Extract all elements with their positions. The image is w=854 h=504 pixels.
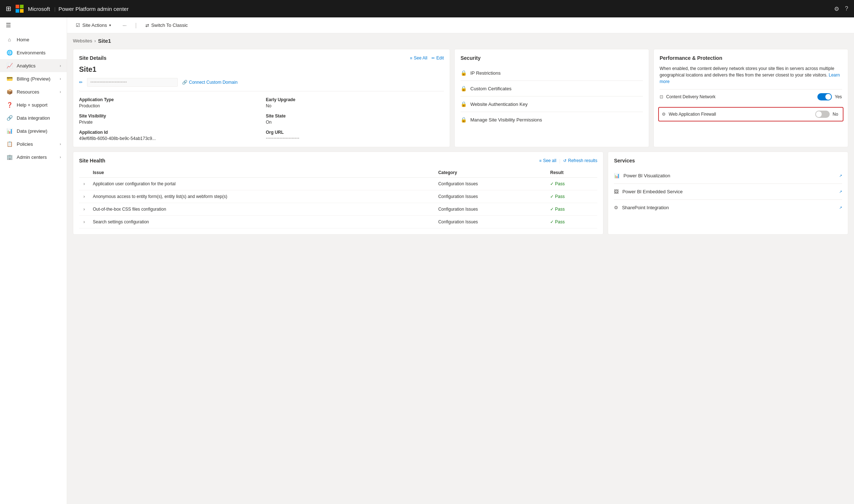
cdn-toggle-row: ⊡ Content Delivery Network Yes bbox=[660, 89, 842, 104]
sidebar-item-billing[interactable]: 💳 Billing (Preview) › bbox=[0, 72, 67, 85]
sidebar-item-policies[interactable]: 📋 Policies › bbox=[0, 137, 67, 150]
cdn-toggle-value: Yes bbox=[835, 94, 842, 99]
sidebar-item-resources[interactable]: 📦 Resources › bbox=[0, 85, 67, 98]
col-issue: Issue bbox=[90, 168, 435, 178]
edit-button[interactable]: ✏ Edit bbox=[432, 55, 444, 61]
visibility-permissions-icon: 🔒 bbox=[461, 117, 467, 123]
performance-description: When enabled, the content delivery netwo… bbox=[660, 65, 842, 85]
field-site-state: Site State On bbox=[266, 113, 444, 125]
health-table-body: › Application user configuration for the… bbox=[79, 178, 597, 228]
col-result: Result bbox=[547, 168, 597, 178]
checkbox-icon: ☑ bbox=[76, 22, 80, 28]
row-expand-3[interactable]: › bbox=[82, 219, 86, 225]
cdn-toggle-thumb bbox=[825, 94, 831, 100]
row-issue-2: Out-of-the-box CSS files configuration bbox=[90, 203, 435, 216]
sidebar-item-analytics[interactable]: 📈 Analytics › bbox=[0, 59, 67, 72]
analytics-chevron-icon: › bbox=[60, 64, 61, 68]
policies-chevron-icon: › bbox=[60, 142, 61, 146]
security-item-visibility-permissions[interactable]: 🔒 Manage Site Visibility Permissions bbox=[461, 112, 643, 127]
security-card: Security 🔒 IP Restrictions 🔒 Custom Cert… bbox=[454, 49, 649, 147]
site-actions-label: Site Actions bbox=[82, 22, 107, 28]
security-item-auth-key[interactable]: 🔒 Website Authentication Key bbox=[461, 96, 643, 112]
field-application-id: Application Id 49ef6f8b-6050-408b-be9c-5… bbox=[79, 130, 257, 141]
sidebar-label-environments: Environments bbox=[17, 50, 61, 55]
site-fields: Application Type Production Early Upgrad… bbox=[79, 97, 444, 141]
health-see-all-button[interactable]: ≡ See all bbox=[539, 158, 556, 163]
auth-key-label: Website Authentication Key bbox=[470, 102, 528, 107]
breadcrumb-parent[interactable]: Websites bbox=[73, 38, 92, 44]
row-result-2: ✓ Pass bbox=[547, 203, 597, 216]
connect-domain-button[interactable]: 🔗 Connect Custom Domain bbox=[182, 80, 238, 85]
field-org-url-value: •••••••••••••••••••••• bbox=[266, 136, 299, 141]
field-application-type-value: Production bbox=[79, 103, 100, 108]
site-health-title: Site Health bbox=[79, 158, 309, 164]
row-result-3: ✓ Pass bbox=[547, 216, 597, 228]
bottom-cards-row: Site Health ≡ See all | ↺ Refresh result… bbox=[73, 152, 848, 235]
topbar: ⊞ Microsoft | Power Platform admin cente… bbox=[0, 0, 854, 17]
sidebar-item-data-integration[interactable]: 🔗 Data integration bbox=[0, 111, 67, 124]
site-details-actions: ≡ See All ✏ Edit bbox=[410, 55, 444, 61]
refresh-label: Refresh results bbox=[568, 158, 597, 163]
sidebar-item-data-preview[interactable]: 📊 Data (preview) bbox=[0, 124, 67, 137]
app-title: Power Platform admin center bbox=[58, 6, 128, 12]
more-options-button[interactable]: ··· bbox=[120, 20, 129, 30]
field-early-upgrade-label: Early Upgrade bbox=[266, 97, 444, 102]
table-row: › Application user configuration for the… bbox=[79, 178, 597, 190]
switch-classic-button[interactable]: ⇄ Switch To Classic bbox=[143, 20, 191, 30]
service-item-powerbi-viz[interactable]: 📊 Power BI Visualization ↗ bbox=[614, 168, 842, 184]
site-actions-button[interactable]: ☑ Site Actions ▾ bbox=[73, 20, 114, 30]
sidebar-item-admin-centers[interactable]: 🏢 Admin centers › bbox=[0, 150, 67, 164]
row-category-2: Configuration Issues bbox=[435, 203, 547, 216]
health-table-header-row: Issue Category Result bbox=[79, 168, 597, 178]
top-cards-row: Site Details ≡ See All ✏ Edit bbox=[73, 49, 848, 147]
waf-toggle[interactable] bbox=[815, 111, 830, 118]
cdn-toggle[interactable] bbox=[817, 93, 832, 100]
performance-card: Performance & Protection When enabled, t… bbox=[653, 49, 848, 147]
sharepoint-label: SharePoint Integration bbox=[622, 205, 669, 210]
toolbar: ☑ Site Actions ▾ ··· | ⇄ Switch To Class… bbox=[67, 17, 854, 33]
sidebar-item-environments[interactable]: 🌐 Environments bbox=[0, 46, 67, 59]
hamburger-icon[interactable]: ☰ bbox=[0, 17, 67, 33]
health-see-all-label: See all bbox=[543, 158, 556, 163]
sidebar-item-home[interactable]: ⌂ Home bbox=[0, 33, 67, 46]
field-early-upgrade-value: No bbox=[266, 103, 271, 108]
security-item-custom-certificates[interactable]: 🔒 Custom Certificates bbox=[461, 81, 643, 96]
table-row: › Anonymous access to entity form(s), en… bbox=[79, 190, 597, 203]
site-url-row: ✏ •••••••••••••••••••••••• 🔗 Connect Cus… bbox=[79, 78, 444, 91]
edit-label: Edit bbox=[436, 55, 444, 61]
services-list: 📊 Power BI Visualization ↗ 🖼 Power BI Em… bbox=[614, 168, 842, 215]
security-item-ip-restrictions[interactable]: 🔒 IP Restrictions bbox=[461, 65, 643, 81]
waf-icon: ⚙ bbox=[662, 112, 666, 117]
help-icon[interactable]: ? bbox=[845, 5, 848, 12]
refresh-results-button[interactable]: ↺ Refresh results bbox=[563, 158, 597, 163]
content-area: Websites › Site1 Site Details ≡ See All bbox=[67, 33, 854, 504]
services-title: Services bbox=[614, 158, 842, 164]
ip-restrictions-icon: 🔒 bbox=[461, 70, 467, 76]
security-header: Security bbox=[461, 55, 643, 61]
row-expand-0[interactable]: › bbox=[82, 181, 86, 187]
environments-icon: 🌐 bbox=[6, 50, 13, 55]
waffle-icon[interactable]: ⊞ bbox=[6, 5, 11, 13]
powerbi-viz-external-icon: ↗ bbox=[839, 174, 842, 178]
row-issue-1: Anonymous access to entity form(s), enti… bbox=[90, 190, 435, 203]
visibility-permissions-label: Manage Site Visibility Permissions bbox=[470, 117, 542, 123]
settings-icon[interactable]: ⚙ bbox=[834, 5, 839, 12]
microsoft-logo bbox=[16, 5, 24, 13]
service-item-powerbi-embedded[interactable]: 🖼 Power BI Embedded Service ↗ bbox=[614, 184, 842, 200]
col-category: Category bbox=[435, 168, 547, 178]
see-all-button[interactable]: ≡ See All bbox=[410, 55, 428, 61]
sidebar-item-help[interactable]: ❓ Help + support bbox=[0, 98, 67, 111]
waf-toggle-value: No bbox=[833, 112, 840, 117]
field-application-id-value: 49ef6f8b-6050-408b-be9c-54ab173c9... bbox=[79, 136, 156, 141]
row-expand-1[interactable]: › bbox=[82, 193, 86, 200]
cdn-icon: ⊡ bbox=[660, 94, 663, 99]
billing-icon: 💳 bbox=[6, 76, 13, 82]
service-item-sharepoint[interactable]: ⚙ SharePoint Integration ↗ bbox=[614, 200, 842, 215]
sidebar: ☰ ⌂ Home 🌐 Environments 📈 Analytics › 💳 … bbox=[0, 17, 67, 504]
security-title: Security bbox=[461, 55, 643, 61]
sidebar-label-home: Home bbox=[17, 37, 61, 42]
sharepoint-icon: ⚙ bbox=[614, 205, 618, 210]
security-list: 🔒 IP Restrictions 🔒 Custom Certificates … bbox=[461, 65, 643, 127]
field-application-id-label: Application Id bbox=[79, 130, 257, 135]
row-expand-2[interactable]: › bbox=[82, 206, 86, 212]
